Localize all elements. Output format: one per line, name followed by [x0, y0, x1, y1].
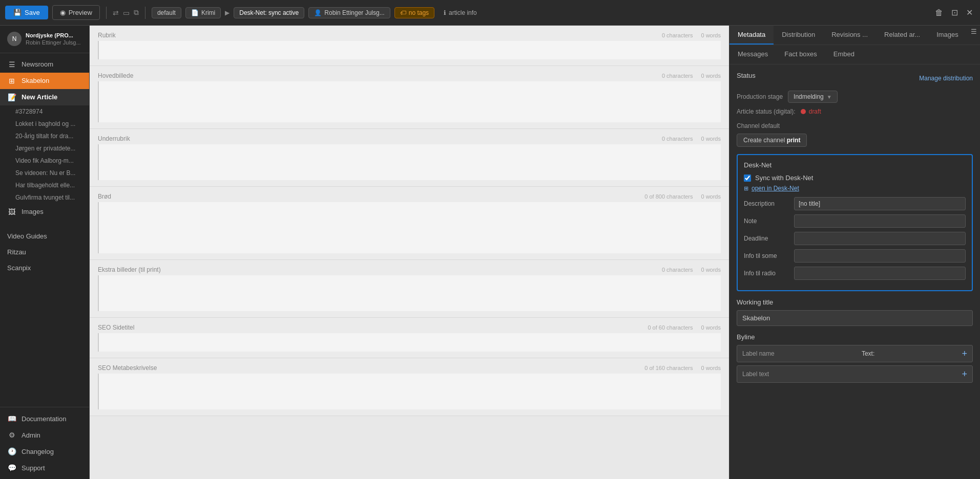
- tab-messages[interactable]: Messages: [729, 45, 776, 64]
- field-seo-meta: SEO Metabeskrivelse 0 of 160 characters …: [90, 358, 729, 416]
- sidebar: N Nordjyske (PRO... Robin Ettinger Julsg…: [0, 26, 90, 479]
- field-rubrik: Rubrik 0 characters 0 words: [90, 26, 729, 66]
- sidebar-item-support[interactable]: 💬 Support: [0, 460, 89, 476]
- article-info-chip[interactable]: ℹ article info: [439, 8, 482, 18]
- info-radio-row: Info til radio: [744, 267, 966, 280]
- deadline-input[interactable]: [794, 232, 966, 245]
- channel-default-section: Channel default Create channel print: [737, 122, 973, 147]
- sidebar-nav: ☰ Newsroom ⊞ Skabelon 📝 New Article #372…: [0, 53, 89, 223]
- info-radio-input[interactable]: [794, 267, 966, 280]
- maximize-button[interactable]: ⊡: [949, 6, 960, 19]
- note-input[interactable]: [794, 214, 966, 228]
- byline-section: Byline Label name Text: + Label text +: [737, 333, 973, 383]
- user-icon: 👤: [314, 9, 322, 16]
- sidebar-item-images[interactable]: 🖼 Images: [0, 204, 89, 220]
- hovedbillede-words: 0 words: [701, 73, 721, 79]
- ekstra-words: 0 words: [701, 267, 721, 273]
- tab-images[interactable]: Images: [928, 26, 967, 45]
- seo-sidetitel-words: 0 words: [701, 324, 721, 331]
- note-label: Note: [744, 217, 790, 225]
- right-tabs-row1: Metadata Distribution Revisions ... Rela…: [729, 26, 980, 45]
- sidebar-sub-item5[interactable]: Se videoen: Nu er B...: [0, 167, 89, 179]
- tags-chip[interactable]: 🏷 no tags: [394, 7, 434, 18]
- trash-button[interactable]: 🗑: [933, 6, 945, 19]
- sidebar-item-skabelon[interactable]: ⊞ Skabelon: [0, 73, 89, 89]
- working-title-input[interactable]: [737, 310, 973, 326]
- rubrik-chars: 0 characters: [662, 32, 693, 38]
- underrubrik-words: 0 words: [701, 136, 721, 142]
- category-chip[interactable]: 📄 Krimi: [185, 7, 221, 18]
- field-seo-sidetitel: SEO Sidetitel 0 of 60 characters 0 words: [90, 318, 729, 358]
- byline-label-text-row: Label text +: [737, 365, 973, 383]
- sidebar-item-new-article[interactable]: 📝 New Article: [0, 89, 89, 105]
- hovedbillede-input[interactable]: [98, 81, 721, 122]
- save-button[interactable]: 💾 Save: [5, 6, 48, 19]
- article-status-digital: draft: [801, 108, 821, 115]
- hovedbillede-label: Hovedbillede: [98, 72, 133, 79]
- sync-label: Sync with Desk-Net: [755, 174, 813, 182]
- rubrik-input[interactable]: [98, 41, 721, 59]
- channel-default-label: Channel default: [737, 122, 973, 129]
- byline-label-text-add[interactable]: +: [962, 369, 967, 379]
- broed-input[interactable]: [98, 202, 721, 253]
- close-button[interactable]: ✕: [964, 6, 975, 19]
- seo-meta-chars: 0 of 160 characters: [644, 365, 693, 371]
- external-link-icon: ⊞: [744, 185, 748, 192]
- byline-label-name-add[interactable]: +: [962, 349, 967, 358]
- tab-factboxes[interactable]: Fact boxes: [776, 45, 825, 64]
- production-stage-select[interactable]: Indmelding ▼: [788, 91, 838, 103]
- create-channel-button[interactable]: Create channel print: [737, 134, 807, 147]
- template-chip[interactable]: default: [152, 7, 181, 18]
- sidebar-sub-article-id[interactable]: #3728974: [0, 105, 89, 118]
- sidebar-item-changelog[interactable]: 🕐 Changelog: [0, 443, 89, 460]
- rubrik-words: 0 words: [701, 32, 721, 38]
- sync-checkbox[interactable]: [744, 175, 751, 182]
- sidebar-sub-item3[interactable]: Jørgen er privatdete...: [0, 142, 89, 155]
- clock-icon: 🕐: [7, 447, 16, 455]
- seo-meta-input[interactable]: [98, 374, 721, 409]
- open-desk-net-label: open in Desk-Net: [752, 185, 799, 192]
- sidebar-item-ritzau[interactable]: Ritzau: [0, 244, 89, 260]
- sync-chip[interactable]: Desk-Net: sync active: [234, 7, 304, 18]
- sidebar-item-video-guides[interactable]: Video Guides: [0, 228, 89, 244]
- description-input[interactable]: [794, 197, 966, 210]
- sidebar-item-documentation[interactable]: 📖 Documentation: [0, 410, 89, 427]
- right-tabs-row2: Messages Fact boxes Embed: [729, 45, 980, 64]
- doc-icon: 📄: [191, 9, 199, 16]
- underrubrik-input[interactable]: [98, 144, 721, 180]
- deadline-label: Deadline: [744, 235, 790, 242]
- sidebar-sub-item2[interactable]: 20-årig tiltalt for dra...: [0, 130, 89, 142]
- open-desk-net-row[interactable]: ⊞ open in Desk-Net: [744, 185, 966, 192]
- right-panel: Metadata Distribution Revisions ... Rela…: [729, 26, 980, 479]
- description-row: Description: [744, 197, 966, 210]
- article-status-value: draft: [809, 108, 821, 115]
- sidebar-sub-item1[interactable]: Lokket i baghold og ...: [0, 118, 89, 130]
- sidebar-sub-item4[interactable]: Video fik Aalborg-m...: [0, 155, 89, 167]
- sidebar-sub-item6[interactable]: Har tilbageholdt elle...: [0, 179, 89, 191]
- user-chip[interactable]: 👤 Robin Ettinger Julsg...: [308, 7, 390, 18]
- underrubrik-chars: 0 characters: [662, 136, 693, 142]
- hamburger-icon: ☰: [7, 60, 16, 69]
- ekstra-input[interactable]: [98, 275, 721, 311]
- sidebar-sub-item7[interactable]: Gulvfirma tvunget til...: [0, 191, 89, 204]
- org-info: Nordjyske (PRO... Robin Ettinger Julsg..…: [26, 32, 81, 47]
- info-some-input[interactable]: [794, 249, 966, 263]
- seo-sidetitel-input[interactable]: [98, 333, 721, 352]
- tab-menu-button[interactable]: ☰: [968, 26, 980, 45]
- field-ekstra-billeder: Ekstra billeder (til print) 0 characters…: [90, 260, 729, 318]
- broed-label: Brød: [98, 193, 111, 200]
- sidebar-item-newsroom[interactable]: ☰ Newsroom: [0, 56, 89, 73]
- tab-embed[interactable]: Embed: [825, 45, 863, 64]
- broed-words: 0 words: [701, 193, 721, 200]
- manage-distribution-link[interactable]: Manage distribution: [919, 75, 973, 82]
- tab-distribution[interactable]: Distribution: [774, 26, 823, 45]
- tab-revisions[interactable]: Revisions ...: [823, 26, 876, 45]
- tab-related[interactable]: Related ar...: [876, 26, 928, 45]
- sidebar-item-admin[interactable]: ⚙ Admin: [0, 427, 89, 443]
- ekstra-chars: 0 characters: [662, 267, 693, 273]
- preview-button[interactable]: ◉ Preview: [52, 5, 100, 20]
- doc-icon: 📝: [7, 93, 16, 101]
- sidebar-item-scanpix[interactable]: Scanpix: [0, 260, 89, 276]
- grid-icon: ⊞: [7, 77, 16, 85]
- tab-metadata[interactable]: Metadata: [729, 26, 774, 45]
